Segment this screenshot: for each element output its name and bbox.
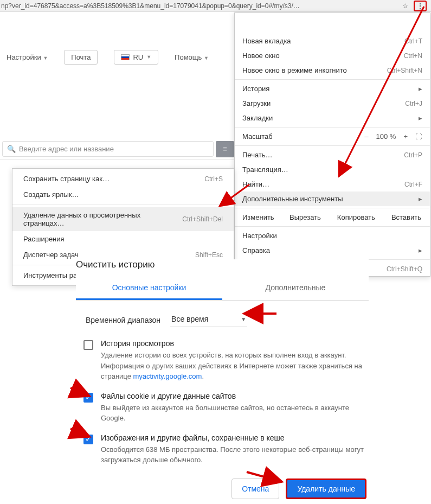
address-input-row: 🔍 Введите адрес или название ≡ [0,138,234,160]
header-settings[interactable]: Настройки ▼ [7,53,48,61]
option-cache[interactable]: Изображения и другие файлы, сохраненные … [76,427,369,469]
option-history[interactable]: История просмотров Удаление истории со в… [76,333,369,385]
option-cookies-desc: Вы выйдете из аккаунтов на большинстве с… [101,403,365,424]
confirm-delete-button[interactable]: Удалить данные [286,479,366,499]
checkbox-cookies[interactable] [83,393,93,403]
time-range-select[interactable]: Все время ▼ [170,312,247,327]
menu-cast[interactable]: Трансляция… [235,162,430,177]
zoom-in-button[interactable]: + [403,132,408,141]
submenu-create-shortcut[interactable]: Создать ярлык… [12,187,234,202]
checkbox-cache[interactable] [83,435,93,444]
chevron-right-icon: ▸ [419,85,422,93]
chevron-right-icon: ▸ [419,114,422,122]
header-help[interactable]: Помощь ▼ [175,53,209,61]
star-icon[interactable]: ☆ [402,2,408,10]
dialog-buttons: Отмена Удалить данные [76,469,369,501]
menu-help[interactable]: Справка▸ [235,243,430,258]
address-input[interactable]: 🔍 Введите адрес или название [2,141,214,157]
chevron-right-icon: ▸ [419,246,422,254]
option-cache-desc: Освободится 638 МБ пространства. После э… [101,444,365,465]
page-header: Настройки ▼ Почта RU▼ Помощь ▼ [0,46,234,68]
omnibox-icons: ☆ ⋮ [402,1,431,11]
chevron-right-icon: ▸ [419,195,422,203]
header-lang-button[interactable]: RU▼ [114,50,158,65]
menu-edit-row: Изменить Вырезать Копировать Вставить [235,210,430,225]
menu-history[interactable]: История▸ [235,81,430,96]
option-cookies[interactable]: Файлы cookie и другие данные сайтов Вы в… [76,385,369,427]
chevron-down-icon: ▼ [241,316,246,322]
menu-more-tools[interactable]: Дополнительные инструменты▸ [235,192,430,206]
menu-new-window[interactable]: Новое окноCtrl+N [235,48,430,63]
time-range-row: Временной диапазон Все время ▼ [76,301,369,333]
zoom-label: Масштаб [242,132,273,141]
url-text: np?ver_id=476875&access=a%3B518509%3B1&m… [1,2,402,10]
menu-bookmarks[interactable]: Закладки▸ [235,111,430,125]
dialog-tabs: Основные настройки Дополнительные [76,278,369,301]
menu-settings[interactable]: Настройки [235,228,430,243]
option-cache-title: Изображения и другие файлы, сохраненные … [101,433,365,442]
edit-copy[interactable]: Копировать [334,213,378,221]
menu-incognito[interactable]: Новое окно в режиме инкогнитоCtrl+Shift+… [235,63,430,78]
tab-basic[interactable]: Основные настройки [76,278,222,300]
myactivity-link[interactable]: myactivity.google.com [133,372,202,380]
zoom-value: 100 % [376,132,396,141]
chrome-menu-button[interactable]: ⋮ [414,1,427,11]
menu-new-tab[interactable]: Новая вкладкаCtrl+T [235,34,430,48]
zoom-out-button[interactable]: – [364,132,368,141]
ru-flag-icon [121,54,130,60]
menu-downloads[interactable]: ЗагрузкиCtrl+J [235,96,430,111]
edit-cut[interactable]: Вырезать [286,213,324,221]
fullscreen-icon[interactable]: ⛶ [415,133,422,141]
chrome-main-menu: Новая вкладкаCtrl+T Новое окноCtrl+N Нов… [234,12,430,277]
address-placeholder: Введите адрес или название [19,145,114,153]
submenu-extensions[interactable]: Расширения [12,231,234,247]
header-mail-button[interactable]: Почта [64,50,98,65]
checkbox-history[interactable] [83,340,93,350]
omnibox: np?ver_id=476875&access=a%3B518509%3B1&m… [0,0,431,12]
option-cookies-title: Файлы cookie и другие данные сайтов [101,392,365,400]
submenu-clear-browsing-data[interactable]: Удаление данных о просмотренных страница… [12,207,234,231]
menu-find[interactable]: Найти…Ctrl+F [235,177,430,192]
menu-zoom: Масштаб – 100 % + ⛶ [235,129,430,144]
dialog-title: Очистить историю [76,259,369,270]
search-icon: 🔍 [7,145,16,153]
time-range-label: Временной диапазон [86,316,160,324]
edit-label: Изменить [240,213,286,221]
option-history-desc: Удаление истории со всех устройств, на к… [101,350,365,382]
clear-data-dialog: Очистить историю Основные настройки Допо… [76,259,369,501]
cancel-button[interactable]: Отмена [231,479,279,499]
menu-print[interactable]: Печать…Ctrl+P [235,148,430,162]
option-history-title: История просмотров [101,339,365,348]
tab-advanced[interactable]: Дополнительные [222,278,369,300]
edit-paste[interactable]: Вставить [388,213,424,221]
list-view-toggle[interactable]: ≡ [216,141,234,157]
submenu-save-page[interactable]: Сохранить страницу как…Ctrl+S [12,171,234,187]
